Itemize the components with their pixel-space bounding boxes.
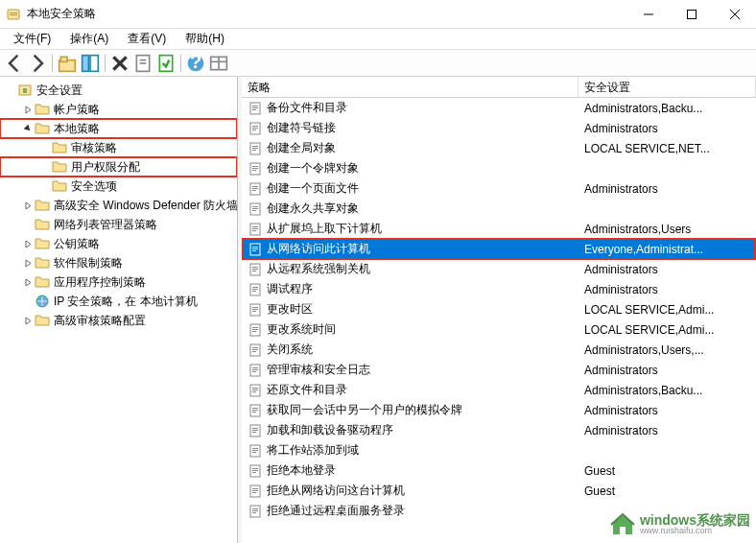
tree-item-label: 公钥策略 [54,236,100,252]
cell-setting: Guest [579,484,756,498]
list-row[interactable]: 将工作站添加到域 [242,440,756,460]
maximize-button[interactable] [670,0,713,29]
menu-file[interactable]: 文件(F) [6,29,59,49]
cell-setting: Administrators [579,283,756,296]
col-header-policy[interactable]: 策略 [242,77,579,97]
delete-button[interactable] [109,53,130,74]
list-row[interactable]: 管理审核和安全日志Administrators [242,360,756,380]
list-row[interactable]: 从网络访问此计算机Everyone,Administrat... [242,239,756,259]
watermark: windows系统家园 www.ruishaifu.com [609,510,750,537]
menu-view[interactable]: 查看(V) [120,29,174,49]
expander-icon[interactable] [21,256,35,270]
cell-policy: 创建永久共享对象 [242,201,579,217]
tree-item[interactable]: IP 安全策略，在 本地计算机 [0,292,237,311]
view-button[interactable] [208,53,229,74]
policy-icon [248,403,263,418]
show-hide-tree-button[interactable] [80,53,101,74]
list-row[interactable]: 还原文件和目录Administrators,Backu... [242,380,756,400]
list-row[interactable]: 拒绝从网络访问这台计算机Guest [242,481,756,501]
cell-policy: 从网络访问此计算机 [242,241,579,257]
svg-rect-88 [252,412,256,413]
list-row[interactable]: 更改系统时间LOCAL SERVICE,Admi... [242,319,756,340]
list-row[interactable]: 创建永久共享对象 [242,199,756,219]
properties-button[interactable] [132,53,154,74]
toolbar-sep [105,55,106,72]
list-row[interactable]: 从远程系统强制关机Administrators [242,259,756,279]
list-row[interactable]: 更改时区LOCAL SERVICE,Admi... [242,299,756,319]
list-row[interactable]: 创建全局对象LOCAL SERVICE,NET... [242,138,756,158]
tree-root[interactable]: 安全设置 [0,81,237,100]
back-button[interactable] [4,53,25,74]
expander-icon[interactable] [38,160,52,174]
list-body[interactable]: 备份文件和目录Administrators,Backu...创建符号链接Admi… [242,98,756,543]
expander-icon[interactable] [21,199,35,212]
tree-item[interactable]: 高级审核策略配置 [0,311,237,330]
menu-action[interactable]: 操作(A) [62,29,116,49]
forward-button[interactable] [27,53,48,74]
list-row[interactable]: 调试程序Administrators [242,279,756,299]
cell-policy: 从扩展坞上取下计算机 [242,221,579,237]
close-button[interactable] [713,0,756,29]
list-row[interactable]: 创建一个令牌对象 [242,158,756,178]
tree-root-label: 安全设置 [36,83,83,99]
list-row[interactable]: 关闭系统Administrators,Users,... [242,340,756,360]
expander-icon[interactable] [21,103,35,116]
policy-label: 管理审核和安全日志 [267,362,370,378]
expander-icon[interactable] [38,141,52,154]
svg-rect-106 [252,508,258,509]
folder-icon [35,121,50,136]
svg-rect-51 [252,228,258,229]
list-row[interactable]: 从扩展坞上取下计算机Administrators,Users [242,219,756,239]
policy-icon [248,322,263,338]
policy-icon [248,181,263,197]
list-row[interactable]: 加载和卸载设备驱动程序Administrators [242,420,756,440]
policy-icon [248,141,263,156]
expander-icon[interactable] [21,237,35,250]
list-row[interactable]: 备份文件和目录Administrators,Backu... [242,98,756,118]
cell-setting: Administrators,Backu... [579,384,756,397]
tree-item[interactable]: 高级安全 Windows Defender 防火墙 [0,196,237,215]
svg-rect-31 [252,128,258,129]
list-row[interactable]: 拒绝本地登录Guest [242,460,756,481]
list-row[interactable]: 创建符号链接Administrators [242,118,756,138]
svg-rect-109 [620,527,626,534]
policy-label: 从网络访问此计算机 [267,241,370,257]
cell-policy: 还原文件和目录 [242,382,579,398]
tree-pane[interactable]: 安全设置 帐户策略本地策略审核策略用户权限分配安全选项高级安全 Windows … [0,77,238,543]
svg-rect-55 [252,248,258,249]
svg-rect-87 [252,410,258,411]
tree-item[interactable]: 应用程序控制策略 [0,272,237,292]
expander-icon[interactable] [21,275,35,289]
tree-item[interactable]: 软件限制策略 [0,253,237,272]
tree-item[interactable]: 公钥策略 [0,234,237,253]
svg-rect-56 [252,250,256,251]
up-button[interactable] [57,53,78,74]
expander-icon[interactable] [4,83,17,97]
tree-item[interactable]: 审核策略 [0,138,237,157]
expander-icon[interactable] [21,295,35,308]
help-button[interactable]: ? [185,53,206,74]
expander-icon[interactable] [21,314,35,327]
svg-rect-44 [252,190,256,191]
tree-item[interactable]: 网络列表管理器策略 [0,215,237,234]
cell-policy: 拒绝从网络访问这台计算机 [242,483,579,499]
minimize-button[interactable] [626,0,670,29]
tree-item[interactable]: 安全选项 [0,177,237,196]
expander-icon[interactable] [21,122,35,135]
tree-item[interactable]: 帐户策略 [0,100,237,119]
svg-rect-58 [252,267,258,268]
svg-rect-83 [252,390,258,390]
list-row[interactable]: 获取同一会话中另一个用户的模拟令牌Administrators [242,400,756,420]
col-header-setting[interactable]: 安全设置 [579,77,756,97]
export-button[interactable] [155,53,177,74]
tree-item[interactable]: 本地策略 [0,119,237,138]
menubar: 文件(F) 操作(A) 查看(V) 帮助(H) [0,29,756,50]
expander-icon[interactable] [21,218,35,231]
menu-help[interactable]: 帮助(H) [177,29,232,49]
svg-rect-43 [252,188,258,189]
list-row[interactable]: 创建一个页面文件Administrators [242,178,756,199]
toolbar-sep [52,55,53,72]
tree-item[interactable]: 用户权限分配 [0,157,237,177]
svg-rect-1 [10,12,17,13]
expander-icon[interactable] [38,179,52,193]
